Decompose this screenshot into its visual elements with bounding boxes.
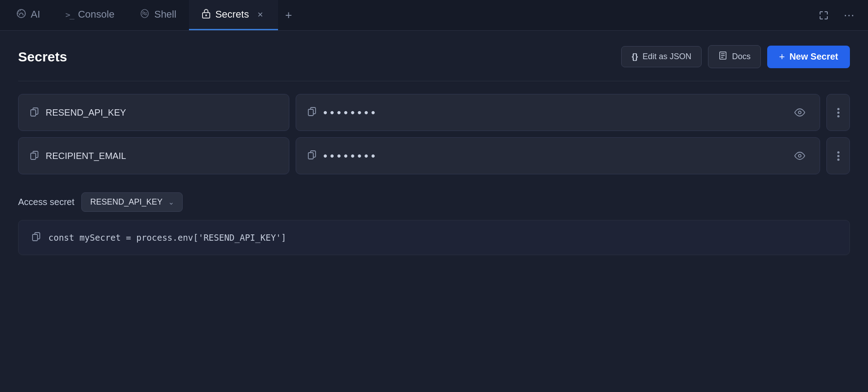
tab-ai[interactable]: AI bbox=[4, 0, 53, 30]
secret-name-cell-2: RECIPIENT_EMAIL bbox=[18, 137, 289, 174]
copy-name-icon-2[interactable] bbox=[29, 150, 39, 162]
svg-rect-7 bbox=[308, 109, 313, 116]
access-secret-dropdown[interactable]: RESEND_API_KEY ⌄ bbox=[81, 192, 182, 212]
main-content: Secrets {} Edit as JSON Docs + New Secre… bbox=[0, 31, 868, 392]
docs-button[interactable]: Docs bbox=[708, 45, 761, 68]
new-secret-label: New Secret bbox=[789, 51, 838, 62]
secret-name-1: RESEND_API_KEY bbox=[46, 107, 126, 118]
svg-rect-10 bbox=[31, 153, 36, 159]
svg-point-8 bbox=[798, 111, 801, 114]
secret-value-masked-1: •••••••• bbox=[323, 106, 784, 120]
svg-rect-12 bbox=[308, 153, 313, 159]
more-dots-icon-1 bbox=[837, 108, 840, 117]
secret-more-btn-2[interactable] bbox=[826, 137, 850, 174]
page-title: Secrets bbox=[18, 49, 67, 65]
svg-rect-5 bbox=[31, 110, 36, 116]
page-header: Secrets {} Edit as JSON Docs + New Secre… bbox=[18, 45, 850, 68]
edit-json-button[interactable]: {} Edit as JSON bbox=[621, 46, 702, 67]
tab-bar: AI >_ Console Shell Secrets ✕ + bbox=[0, 0, 868, 31]
new-secret-button[interactable]: + New Secret bbox=[767, 46, 850, 68]
edit-json-icon: {} bbox=[632, 52, 638, 61]
tab-add-button[interactable]: + bbox=[278, 0, 299, 30]
copy-value-icon-2[interactable] bbox=[307, 149, 317, 162]
console-icon: >_ bbox=[66, 10, 74, 19]
expand-button[interactable] bbox=[816, 7, 832, 23]
tab-console-label: Console bbox=[78, 9, 114, 20]
secret-row-2: RECIPIENT_EMAIL •••••••• bbox=[18, 137, 850, 174]
secret-name-2: RECIPIENT_EMAIL bbox=[46, 151, 126, 161]
svg-point-2 bbox=[205, 14, 207, 16]
edit-json-label: Edit as JSON bbox=[642, 52, 691, 61]
ai-icon bbox=[16, 9, 26, 21]
tab-secrets-close[interactable]: ✕ bbox=[255, 9, 265, 19]
secrets-list: RESEND_API_KEY •••••••• bbox=[18, 94, 850, 174]
chevron-down-icon: ⌄ bbox=[168, 198, 174, 206]
reveal-secret-btn-1[interactable] bbox=[791, 103, 809, 121]
more-dots-icon-2 bbox=[837, 151, 840, 161]
secret-row: RESEND_API_KEY •••••••• bbox=[18, 94, 850, 131]
tab-shell[interactable]: Shell bbox=[127, 0, 189, 30]
reveal-secret-btn-2[interactable] bbox=[791, 147, 809, 165]
tab-actions: ⋯ bbox=[816, 0, 864, 30]
more-button[interactable]: ⋯ bbox=[841, 7, 857, 23]
header-actions: {} Edit as JSON Docs + New Secret bbox=[621, 45, 850, 68]
access-secret-selected: RESEND_API_KEY bbox=[90, 197, 162, 207]
svg-rect-15 bbox=[33, 234, 38, 241]
secrets-tab-icon bbox=[202, 9, 211, 21]
new-secret-plus-icon: + bbox=[779, 51, 785, 63]
secret-name-cell-1: RESEND_API_KEY bbox=[18, 94, 289, 131]
tab-shell-label: Shell bbox=[154, 9, 176, 20]
tab-ai-label: AI bbox=[31, 9, 40, 20]
header-divider bbox=[18, 81, 850, 81]
tab-secrets-label: Secrets bbox=[215, 9, 249, 20]
docs-icon bbox=[718, 51, 727, 62]
secret-value-cell-1: •••••••• bbox=[296, 94, 820, 131]
copy-code-icon[interactable] bbox=[31, 231, 41, 244]
secret-value-cell-2: •••••••• bbox=[296, 137, 820, 174]
docs-label: Docs bbox=[732, 52, 750, 61]
access-secret-section: Access secret RESEND_API_KEY ⌄ const myS… bbox=[18, 192, 850, 255]
tab-console[interactable]: >_ Console bbox=[53, 0, 127, 30]
access-secret-row: Access secret RESEND_API_KEY ⌄ bbox=[18, 192, 850, 212]
code-block: const mySecret = process.env['RESEND_API… bbox=[18, 220, 850, 255]
shell-icon bbox=[140, 9, 150, 21]
code-content: const mySecret = process.env['RESEND_API… bbox=[48, 233, 286, 243]
secret-value-masked-2: •••••••• bbox=[323, 149, 784, 163]
copy-name-icon-1[interactable] bbox=[29, 107, 39, 119]
tab-secrets[interactable]: Secrets ✕ bbox=[189, 0, 278, 30]
access-secret-label: Access secret bbox=[18, 197, 74, 207]
secret-more-btn-1[interactable] bbox=[826, 94, 850, 131]
copy-value-icon-1[interactable] bbox=[307, 106, 317, 119]
svg-point-13 bbox=[798, 154, 801, 157]
